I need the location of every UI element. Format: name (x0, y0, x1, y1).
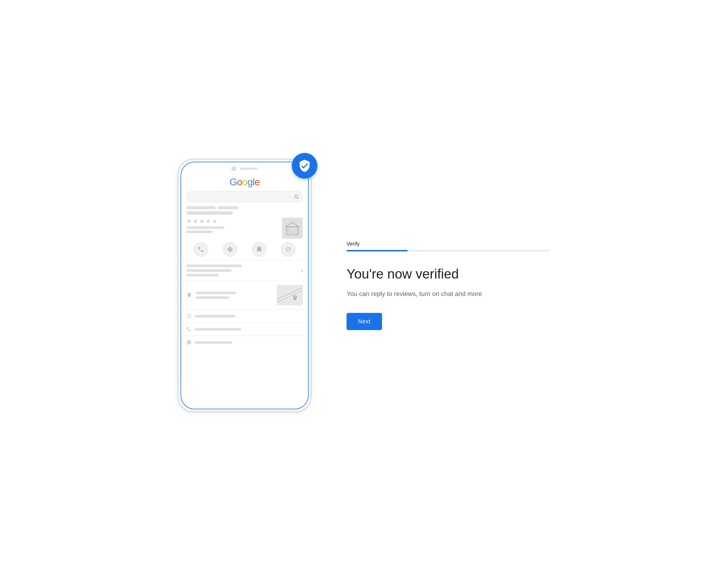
skeleton-line (194, 315, 235, 318)
map-lines (196, 292, 273, 299)
stars-section: ★ ★ ★ ★ ★ (186, 218, 303, 239)
svg-point-0 (295, 195, 298, 198)
phone-row (186, 325, 303, 334)
logo-g: G (230, 176, 237, 187)
verified-subtitle: You can reply to reviews, turn on chat a… (346, 290, 550, 298)
divider-3 (181, 309, 308, 310)
stars-left: ★ ★ ★ ★ ★ (186, 218, 278, 233)
phone-search-icon (294, 194, 299, 199)
skeleton-line (196, 296, 229, 299)
share-icon (285, 246, 291, 253)
call-button[interactable] (194, 242, 208, 257)
call-icon (198, 246, 204, 253)
star-2: ★ (193, 218, 198, 225)
phone-inner-border: Google (180, 162, 309, 409)
directions-icon (227, 246, 233, 253)
divider-4 (181, 323, 308, 323)
phone-search-bar (186, 191, 303, 202)
next-button[interactable]: Next (346, 313, 382, 330)
progress-bar (346, 250, 550, 251)
right-panel: Verify You're now verified You can reply… (346, 241, 550, 330)
star-1: ★ (186, 218, 192, 225)
phone-camera (232, 166, 236, 171)
phone-top-bar (181, 162, 308, 173)
hours-row (186, 312, 303, 321)
star-3: ★ (199, 218, 204, 225)
phone-mockup: Google (178, 159, 312, 412)
google-logo-area: Google (181, 173, 308, 191)
skeleton-line (186, 269, 232, 272)
shield-badge (292, 153, 317, 179)
skeleton-content-top (186, 206, 303, 215)
divider-2 (181, 280, 308, 281)
skeleton-line (196, 292, 237, 294)
info-lines (186, 264, 301, 276)
phone-icon (186, 327, 192, 332)
main-container: Google (0, 0, 728, 571)
skeleton-line (186, 264, 242, 267)
verified-title: You're now verified (346, 266, 550, 282)
share-button[interactable] (281, 242, 296, 257)
logo-o1: o (237, 176, 242, 187)
progress-bar-fill (346, 250, 408, 251)
skeleton-line (218, 206, 238, 209)
google-logo: Google (230, 176, 260, 188)
map-section (186, 282, 303, 308)
globe-icon (186, 340, 192, 345)
logo-o2: o (242, 176, 248, 187)
svg-rect-4 (290, 230, 295, 235)
step-label: Verify (346, 241, 550, 247)
skeleton-line (194, 328, 241, 331)
map-pin-icon (292, 295, 298, 303)
logo-e: e (255, 176, 260, 187)
skeleton-line (186, 226, 224, 229)
svg-rect-6 (295, 229, 298, 232)
directions-button[interactable] (223, 242, 237, 257)
star-5: ★ (212, 218, 217, 225)
skeleton-line-wide (186, 211, 233, 215)
save-button[interactable] (252, 242, 267, 257)
divider-5 (181, 336, 308, 336)
clock-icon (186, 314, 192, 319)
website-row (186, 338, 303, 347)
phone-speaker (240, 167, 258, 170)
stars-row: ★ ★ ★ ★ ★ (186, 218, 278, 225)
svg-marker-3 (286, 222, 299, 227)
shield-check-icon (298, 159, 311, 173)
map-thumbnail (277, 285, 303, 305)
save-icon (256, 246, 262, 253)
svg-line-1 (297, 198, 298, 198)
location-pin-icon (186, 292, 192, 298)
store-icon (282, 218, 303, 239)
chevron-right-icon: › (301, 267, 303, 274)
store-svg (285, 221, 300, 236)
skeleton-line (186, 206, 215, 209)
skeleton-line (194, 341, 233, 344)
svg-rect-5 (287, 229, 290, 232)
skeleton-line (186, 230, 212, 233)
star-4: ★ (205, 218, 211, 225)
skeleton-line (186, 274, 219, 276)
logo-g2: g (247, 176, 253, 187)
divider-1 (181, 260, 308, 260)
info-section: › (186, 262, 303, 279)
action-buttons (186, 242, 303, 257)
